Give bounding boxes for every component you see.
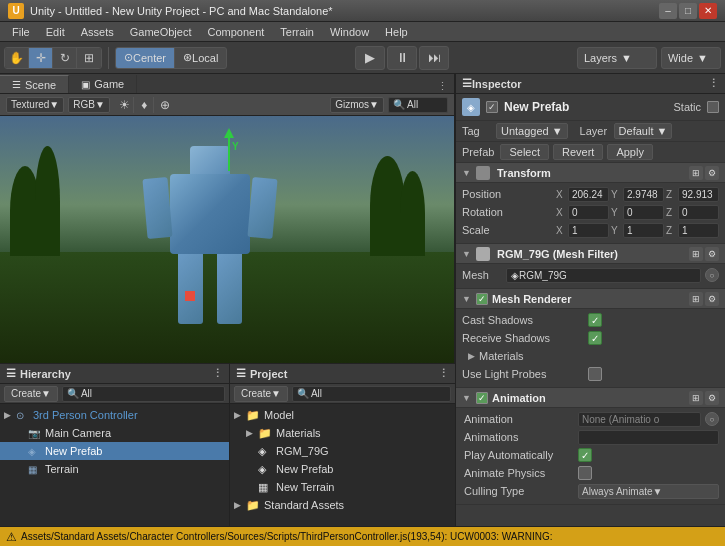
animation-checkbox[interactable]: ✓ [476, 392, 488, 404]
scale-y-value[interactable]: 1 [623, 223, 664, 238]
menu-edit[interactable]: Edit [38, 22, 73, 42]
folder-icon: 📁 [246, 409, 262, 422]
animate-physics-checkbox[interactable] [578, 466, 592, 480]
pos-y-value[interactable]: 2.9748 [623, 187, 664, 202]
pos-x-value[interactable]: 206.24 [568, 187, 609, 202]
revert-button[interactable]: Revert [553, 144, 603, 160]
scene-btn1[interactable]: ☀ [116, 97, 134, 113]
mesh-renderer-ref-btn[interactable]: ⊞ [689, 292, 703, 306]
transform-ref-btn[interactable]: ⊞ [689, 166, 703, 180]
robot-figure: Y [140, 146, 280, 336]
select-button[interactable]: Select [500, 144, 549, 160]
project-item-rgm[interactable]: ◈ RGM_79G [230, 442, 455, 460]
project-item-materials[interactable]: ▶ 📁 Materials [230, 424, 455, 442]
hierarchy-item-camera[interactable]: 📷 Main Camera [0, 424, 229, 442]
project-expand[interactable]: ⋮ [438, 367, 449, 380]
animation-header[interactable]: ▼ ✓ Animation ⊞ ⚙ [456, 388, 725, 408]
transform-gear-btn[interactable]: ⚙ [705, 166, 719, 180]
inspector-expand[interactable]: ⋮ [708, 77, 719, 90]
project-search[interactable]: 🔍 All [292, 386, 451, 402]
apply-button[interactable]: Apply [607, 144, 653, 160]
pause-button[interactable]: ⏸ [387, 46, 417, 70]
move-tool[interactable]: ✛ [29, 47, 53, 69]
tag-dropdown[interactable]: Untagged ▼ [496, 123, 568, 139]
project-create-btn[interactable]: Create ▼ [234, 386, 288, 402]
play-button[interactable]: ▶ [355, 46, 385, 70]
tab-scene[interactable]: ☰ Scene [0, 75, 69, 93]
play-auto-checkbox[interactable]: ✓ [578, 448, 592, 462]
arrow-icon: ▶ [246, 428, 258, 438]
pos-z-value[interactable]: 92.913 [678, 187, 719, 202]
materials-subheader[interactable]: ▶ Materials [462, 347, 719, 365]
project-item-model[interactable]: ▶ 📁 Model [230, 406, 455, 424]
scale-tool[interactable]: ⊞ [77, 47, 101, 69]
local-toggle[interactable]: ⊛ Local [175, 47, 226, 69]
scene-search[interactable]: 🔍 All [388, 97, 448, 113]
project-item-terrain[interactable]: ▦ New Terrain [230, 478, 455, 496]
project-item-standard[interactable]: ▶ 📁 Standard Assets [230, 496, 455, 514]
animation-ref-btn[interactable]: ⊞ [689, 391, 703, 405]
scene-expand-icon[interactable]: ⋮ [437, 80, 454, 93]
rot-z-value[interactable]: 0 [678, 205, 719, 220]
menu-file[interactable]: File [4, 22, 38, 42]
hierarchy-create-btn[interactable]: Create ▼ [4, 386, 58, 402]
gizmos-dropdown[interactable]: Gizmos▼ [330, 97, 384, 113]
layer-dropdown[interactable]: Default ▼ [614, 123, 673, 139]
animation-body: Animation None (Animatio o ○ Animations … [456, 408, 725, 505]
position-label: Position [462, 188, 552, 200]
mesh-filter-gear-btn[interactable]: ⚙ [705, 247, 719, 261]
static-checkbox[interactable] [707, 101, 719, 113]
hand-tool[interactable]: ✋ [5, 47, 29, 69]
mesh-filter-header[interactable]: ▼ RGM_79G (Mesh Filter) ⊞ ⚙ [456, 244, 725, 264]
hierarchy-item-terrain[interactable]: ▦ Terrain [0, 460, 229, 478]
mesh-renderer-header[interactable]: ▼ ✓ Mesh Renderer ⊞ ⚙ [456, 289, 725, 309]
prefab-icon: ◈ [28, 446, 42, 457]
scene-btn2[interactable]: ♦ [136, 97, 154, 113]
mesh-renderer-gear-btn[interactable]: ⚙ [705, 292, 719, 306]
step-button[interactable]: ⏭ [419, 46, 449, 70]
rot-y-value[interactable]: 0 [623, 205, 664, 220]
window-controls[interactable]: – □ ✕ [659, 3, 717, 19]
use-light-probes-checkbox[interactable] [588, 367, 602, 381]
menu-help[interactable]: Help [377, 22, 416, 42]
mesh-renderer-body: Cast Shadows ✓ Receive Shadows ✓ ▶ Mater… [456, 309, 725, 388]
menu-window[interactable]: Window [322, 22, 377, 42]
mesh-filter-ref-btn[interactable]: ⊞ [689, 247, 703, 261]
scale-x-value[interactable]: 1 [568, 223, 609, 238]
scene-btn3[interactable]: ⊕ [156, 97, 174, 113]
hierarchy-item-prefab[interactable]: ◈ New Prefab [0, 442, 229, 460]
rotate-tool[interactable]: ↻ [53, 47, 77, 69]
center-toggle[interactable]: ⊙ Center [116, 47, 175, 69]
close-button[interactable]: ✕ [699, 3, 717, 19]
mesh-renderer-checkbox[interactable]: ✓ [476, 293, 488, 305]
object-active-checkbox[interactable]: ✓ [486, 101, 498, 113]
rot-x-value[interactable]: 0 [568, 205, 609, 220]
hierarchy-search[interactable]: 🔍 All [62, 386, 225, 402]
culling-dropdown[interactable]: Always Animate ▼ [578, 484, 719, 499]
menu-component[interactable]: Component [199, 22, 272, 42]
minimize-button[interactable]: – [659, 3, 677, 19]
scene-toolbar: Textured▼ RGB▼ ☀ ♦ ⊕ Gizmos▼ 🔍 All [0, 94, 454, 116]
scale-z-value[interactable]: 1 [678, 223, 719, 238]
menu-gameobject[interactable]: GameObject [122, 22, 200, 42]
maximize-button[interactable]: □ [679, 3, 697, 19]
layers-dropdown[interactable]: Layers ▼ [577, 47, 657, 69]
rgb-dropdown[interactable]: RGB▼ [68, 97, 110, 113]
cast-shadows-checkbox[interactable]: ✓ [588, 313, 602, 327]
mesh-select-btn[interactable]: ○ [705, 268, 719, 282]
menu-assets[interactable]: Assets [73, 22, 122, 42]
transform-header[interactable]: ▼ Transform ⊞ ⚙ [456, 163, 725, 183]
scale-row: Scale X 1 Y 1 Z 1 [462, 221, 719, 239]
animation-gear-btn[interactable]: ⚙ [705, 391, 719, 405]
project-item-prefab[interactable]: ◈ New Prefab [230, 460, 455, 478]
hierarchy-expand[interactable]: ⋮ [212, 367, 223, 380]
scene-viewport[interactable]: Y [0, 116, 454, 363]
wide-dropdown[interactable]: Wide ▼ [661, 47, 721, 69]
textured-dropdown[interactable]: Textured▼ [6, 97, 64, 113]
anim-select-btn[interactable]: ○ [705, 412, 719, 426]
tab-game[interactable]: ▣ Game [69, 75, 137, 93]
prefab-icon: ◈ [258, 463, 274, 476]
menu-terrain[interactable]: Terrain [272, 22, 322, 42]
hierarchy-item-3rd[interactable]: ▶ ⊙ 3rd Person Controller [0, 406, 229, 424]
receive-shadows-checkbox[interactable]: ✓ [588, 331, 602, 345]
